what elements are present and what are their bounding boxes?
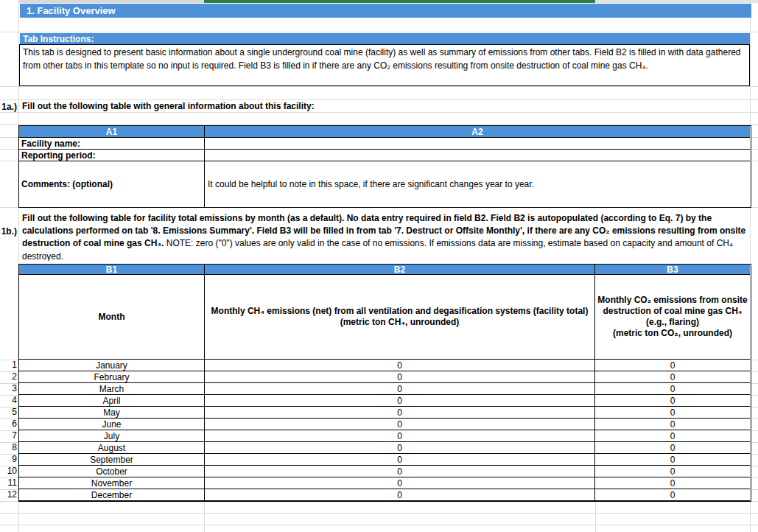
row-number: 1 <box>0 360 17 371</box>
col-header-b1: B1 <box>19 265 205 275</box>
facility-name-label: Facility name: <box>19 138 205 150</box>
ch4-value-cell[interactable]: 0 <box>205 360 595 371</box>
section-1a-heading: Fill out the following table with genera… <box>22 101 685 111</box>
row-number: 4 <box>0 395 17 407</box>
month-cell: November <box>19 477 205 489</box>
monthly-emissions-table: B1 B2 B3 Month Monthly CH₄ emissions (ne… <box>18 264 751 502</box>
gridline-horizontal <box>0 99 758 100</box>
co2-value-cell[interactable]: 0 <box>595 454 750 466</box>
ch4-value-cell[interactable]: 0 <box>205 477 595 489</box>
top-strip-gray <box>18 0 204 3</box>
ch4-value-cell[interactable]: 0 <box>205 407 595 419</box>
month-cell: March <box>19 383 205 395</box>
comments-input-cell[interactable]: It could be helpful to note in this spac… <box>205 161 750 207</box>
month-cell: February <box>19 371 205 383</box>
row-number: 12 <box>0 489 17 501</box>
row-number: 8 <box>0 442 17 454</box>
col-header-a1: A1 <box>19 126 205 138</box>
ch4-value-cell[interactable]: 0 <box>205 383 595 395</box>
month-cell: June <box>19 419 205 430</box>
co2-value-cell[interactable]: 0 <box>595 407 750 419</box>
col-header-b2: B2 <box>205 265 595 275</box>
gridline-horizontal <box>0 525 758 525</box>
ch4-value-cell[interactable]: 0 <box>205 489 595 501</box>
tab-instructions-label: Tab Instructions: <box>23 34 94 44</box>
tab-instructions-box: This tab is designed to present basic in… <box>19 44 750 86</box>
spreadsheet-sheet: 1. Facility Overview Tab Instructions: T… <box>0 0 758 532</box>
ch4-value-cell[interactable]: 0 <box>205 466 595 477</box>
facility-info-table: A1 A2 Facility name: Reporting period: C… <box>18 125 751 208</box>
month-cell: May <box>19 407 205 419</box>
gridline-horizontal <box>0 112 758 113</box>
gridline-horizontal <box>0 86 758 87</box>
facility-name-input-cell[interactable] <box>205 138 750 150</box>
co2-value-cell[interactable]: 0 <box>595 489 750 501</box>
co2-column-description: Monthly CO₂ emissions from onsite destru… <box>595 275 750 360</box>
reporting-period-label: Reporting period: <box>19 150 205 161</box>
co2-value-cell[interactable]: 0 <box>595 395 750 407</box>
comments-label: Comments: (optional) <box>19 161 205 207</box>
row-number: 2 <box>0 371 17 383</box>
month-cell: January <box>19 360 205 371</box>
month-column-description: Month <box>19 275 205 360</box>
co2-value-cell[interactable]: 0 <box>595 477 750 489</box>
co2-value-cell[interactable]: 0 <box>595 360 750 371</box>
ch4-value-cell[interactable]: 0 <box>205 442 595 454</box>
co2-value-cell[interactable]: 0 <box>595 466 750 477</box>
month-cell: September <box>19 454 205 466</box>
gridline-vertical <box>595 502 596 532</box>
row-number: 3 <box>0 383 17 395</box>
gridline-vertical <box>204 502 205 532</box>
col-header-b3: B3 <box>595 265 750 275</box>
tab-instructions-bar: Tab Instructions: <box>20 33 750 44</box>
month-cell: August <box>19 442 205 454</box>
row-number: 10 <box>0 466 17 477</box>
co2-value-cell[interactable]: 0 <box>595 371 750 383</box>
co2-value-cell[interactable]: 0 <box>595 419 750 430</box>
row-label-1a: 1a.) <box>0 102 17 112</box>
sheet-title-bar: 1. Facility Overview <box>20 4 751 18</box>
gridline-horizontal <box>0 32 758 32</box>
top-strip-green <box>204 0 595 3</box>
ch4-value-cell[interactable]: 0 <box>205 371 595 383</box>
col-header-a2: A2 <box>205 126 750 138</box>
top-strip-lightgray <box>595 0 758 3</box>
row-number: 7 <box>0 430 17 442</box>
ch4-value-cell[interactable]: 0 <box>205 395 595 407</box>
ch4-value-cell[interactable]: 0 <box>205 430 595 442</box>
section-1b-instructions: Fill out the following table for facilit… <box>19 212 750 261</box>
month-cell: October <box>19 466 205 477</box>
co2-value-cell[interactable]: 0 <box>595 383 750 395</box>
ch4-value-cell[interactable]: 0 <box>205 454 595 466</box>
reporting-period-input-cell[interactable] <box>205 150 750 161</box>
month-cell: July <box>19 430 205 442</box>
gridline-horizontal <box>0 513 758 514</box>
ch4-column-description: Monthly CH₄ emissions (net) from all ven… <box>205 275 595 360</box>
month-cell: April <box>19 395 205 407</box>
co2-value-cell[interactable]: 0 <box>595 442 750 454</box>
page-title: 1. Facility Overview <box>27 5 116 16</box>
row-number: 11 <box>0 477 17 489</box>
tab-instructions-text: This tab is designed to present basic in… <box>23 47 740 71</box>
co2-value-cell[interactable]: 0 <box>595 430 750 442</box>
row-number: 9 <box>0 454 17 466</box>
row-number: 5 <box>0 407 17 419</box>
row-number: 6 <box>0 419 17 430</box>
month-cell: December <box>19 489 205 501</box>
row-label-1b: 1b.) <box>0 226 17 237</box>
ch4-value-cell[interactable]: 0 <box>205 419 595 430</box>
